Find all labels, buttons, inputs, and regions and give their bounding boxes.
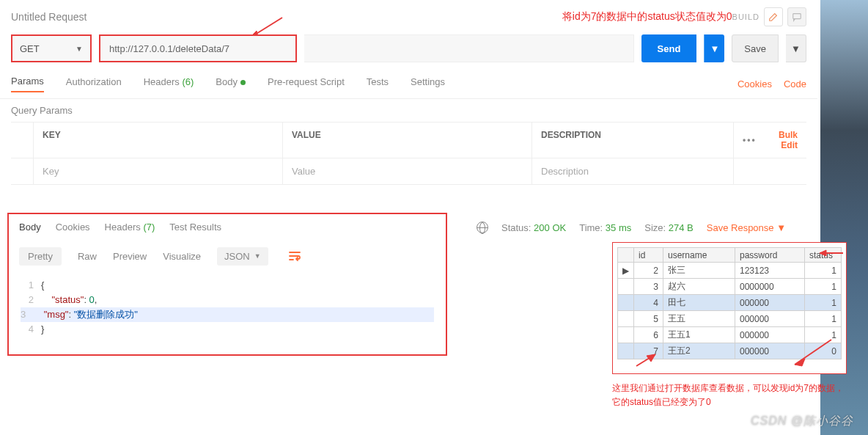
resp-tab-cookies[interactable]: Cookies [56,222,90,233]
code-link[interactable]: Code [784,78,806,89]
response-tabs: Body Cookies Headers (7) Test Results [13,217,441,237]
request-tabs: Params Authorization Headers (6) Body Pr… [0,70,817,99]
save-dropdown[interactable]: ▼ [786,34,806,62]
watermark: CSDN @陈小谷谷 [751,414,853,429]
tab-headers-label: Headers [144,76,180,87]
checkbox-header-cell [11,123,33,158]
save-button[interactable]: Save [732,34,779,62]
status-stat: Status: 200 OK [501,222,566,233]
build-label: BUILD [732,12,760,21]
view-pretty[interactable]: Pretty [19,247,62,266]
tab-settings[interactable]: Settings [411,76,445,92]
table-row: 5王五0000001 [618,311,842,327]
tab-body[interactable]: Body [216,76,246,92]
svg-marker-8 [795,359,805,366]
table-row: 3赵六00000001 [618,279,842,295]
svg-rect-0 [793,14,801,19]
params-header-row: KEY VALUE DESCRIPTION ••• Bulk Edit [11,123,806,158]
send-dropdown[interactable]: ▼ [704,34,724,62]
svg-marker-6 [647,354,655,362]
method-select[interactable]: GET ▼ [11,34,92,62]
chevron-down-icon: ▼ [76,45,83,53]
arrow-to-status-col [815,247,845,259]
resp-tab-headers[interactable]: Headers (7) [105,222,155,233]
value-input[interactable]: Value [282,158,532,184]
db-col-password: password [735,248,804,263]
resp-tab-tests[interactable]: Test Results [169,222,221,233]
url-extra[interactable] [304,34,634,62]
annotation-bottom: 这里我们通过打开数据库查看数据，可以发现id为7的数据，它的status值已经变… [612,381,847,409]
headers-count: (6) [182,76,194,87]
url-input[interactable]: http://127.0.0.1/deleteData/7 [99,34,297,62]
edit-icon[interactable] [764,7,783,26]
request-row: GET ▼ http://127.0.0.1/deleteData/7 Send… [0,31,817,70]
response-status-bar: Status: 200 OK Time: 35 ms Size: 274 B S… [477,222,786,233]
db-col-username: username [663,248,735,263]
body-indicator-icon [240,80,246,85]
view-visualize[interactable]: Visualize [163,251,201,262]
tab-params[interactable]: Params [11,76,44,92]
arrow-to-row7 [633,351,663,369]
format-select[interactable]: JSON ▼ [217,247,268,266]
params-row: Key Value Description [11,158,806,184]
row-actions [733,158,806,184]
comment-icon[interactable] [787,7,806,26]
resp-tab-body[interactable]: Body [19,222,41,233]
params-table: KEY VALUE DESCRIPTION ••• Bulk Edit Key … [11,122,806,185]
save-response-link[interactable]: Save Response ▼ [707,222,786,233]
desc-input[interactable]: Description [532,158,733,184]
header-actions: ••• Bulk Edit [733,123,806,158]
view-preview[interactable]: Preview [113,251,147,262]
table-row: ▶2张三1231231 [618,263,842,279]
query-params-title: Query Params [0,99,817,122]
desc-header: DESCRIPTION [532,123,733,158]
bulk-edit-link[interactable]: Bulk Edit [765,130,798,150]
tab-prerequest[interactable]: Pre-request Script [268,76,345,92]
send-button[interactable]: Send [641,34,697,62]
more-icon[interactable]: ••• [743,135,757,145]
db-col-id: id [634,248,663,263]
tab-headers[interactable]: Headers (6) [144,76,194,92]
request-header-row: Untitled Request 将id为7的数据中的status状态值改为0 … [0,0,817,31]
method-value: GET [20,43,40,54]
key-input[interactable]: Key [33,158,282,184]
wrap-lines-icon[interactable] [284,246,305,266]
time-stat: Time: 35 ms [579,222,631,233]
cookies-link[interactable]: Cookies [738,78,772,89]
response-panel: Body Cookies Headers (7) Test Results Pr… [7,213,447,356]
size-stat: Size: 274 B [644,222,694,233]
db-header-row: id username password status [618,248,842,263]
db-table-annotation: id username password status ▶2张三1231231 … [612,242,847,374]
annotation-top: 将id为7的数据中的status状态值改为0 [562,10,732,23]
checkbox-cell[interactable] [11,158,33,184]
value-header: VALUE [282,123,532,158]
svg-marker-4 [820,250,826,256]
arrow-to-status0 [787,337,839,369]
key-header: KEY [33,123,282,158]
postman-panel: Untitled Request 将id为7的数据中的status状态值改为0 … [0,0,817,435]
svg-line-7 [795,340,831,365]
view-raw[interactable]: Raw [78,251,97,262]
chevron-down-icon: ▼ [254,252,261,260]
tab-tests[interactable]: Tests [367,76,389,92]
tab-authorization[interactable]: Authorization [66,76,122,92]
table-row: 4田七0000001 [618,295,842,311]
response-body-code: 1{ 2 "status": 0, 3 "msg": "数据删除成功" 4} [13,275,441,340]
response-toolbar: Pretty Raw Preview Visualize JSON ▼ [13,237,441,275]
tab-body-label: Body [216,76,238,87]
globe-icon[interactable] [477,222,488,233]
